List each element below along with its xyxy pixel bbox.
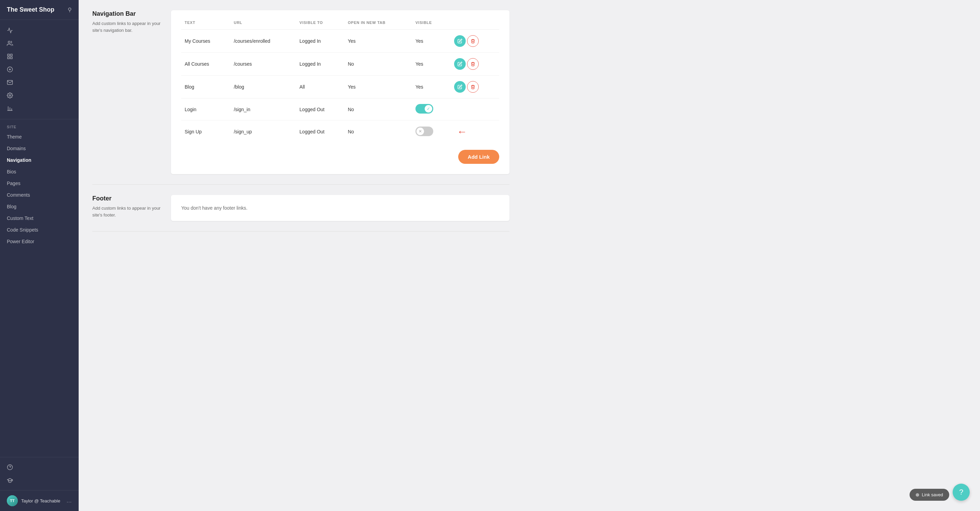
cell-text: My Courses (181, 30, 231, 53)
nav-bar-card: TEXTURLVISIBLE TOOPEN IN NEW TABVISIBLE … (171, 10, 509, 174)
cell-open-new-tab: Yes (344, 30, 412, 53)
cell-visible: Yes (412, 53, 449, 76)
svg-point-8 (9, 95, 11, 96)
footer-info: Footer Add custom links to appear in you… (92, 195, 161, 221)
svg-rect-1 (8, 54, 9, 56)
footer-section: Footer Add custom links to appear in you… (92, 195, 509, 232)
cell-actions (449, 53, 499, 76)
cell-visible-to: Logged In (296, 53, 344, 76)
delete-button[interactable] (467, 81, 479, 93)
sidebar-item-power-editor[interactable]: Power Editor (0, 236, 79, 247)
edit-button[interactable] (454, 58, 466, 70)
sidebar: The Sweet Shop ⚲ SITE ThemeDomainsNaviga… (0, 0, 79, 511)
cell-visible-to: Logged In (296, 30, 344, 53)
link-saved-toast: Link saved (910, 489, 949, 501)
sidebar-icon-money[interactable] (0, 63, 79, 76)
user-name: Taylor @ Teachable (21, 498, 63, 503)
sidebar-item-domains[interactable]: Domains (0, 143, 79, 154)
footer-description: Add custom links to appear in your site'… (92, 205, 161, 218)
cell-text: Login (181, 99, 231, 120)
edit-button[interactable] (454, 35, 466, 47)
cell-text: Blog (181, 76, 231, 99)
sidebar-item-blog[interactable]: Blog (0, 201, 79, 212)
content-area: Navigation Bar Add custom links to appea… (79, 0, 523, 252)
cell-visible: ✓ (412, 99, 449, 120)
avatar: TT (7, 495, 18, 506)
cell-text: Sign Up (181, 120, 231, 143)
footer-card: You don't have any footer links. (171, 195, 509, 221)
cell-url: /sign_in (231, 99, 296, 120)
delete-button[interactable] (467, 58, 479, 70)
toggle-off[interactable]: ✕ (415, 127, 433, 136)
nav-bar-description: Add custom links to appear in your site'… (92, 20, 161, 33)
cell-url: /sign_up (231, 120, 296, 143)
sidebar-icon-dashboard[interactable] (0, 50, 79, 63)
sidebar-header: The Sweet Shop ⚲ (0, 0, 79, 20)
cell-actions (449, 99, 499, 120)
cell-actions (449, 30, 499, 53)
cell-url: /blog (231, 76, 296, 99)
sidebar-icon-settings[interactable] (0, 89, 79, 102)
cell-visible: Yes (412, 76, 449, 99)
sidebar-bottom-icons (0, 457, 79, 490)
table-row: My Courses/courses/enrolledLogged InYesY… (181, 30, 499, 53)
col-header-visible: VISIBLE (412, 21, 449, 30)
table-row: Blog/blogAllYesYes (181, 76, 499, 99)
sidebar-icon-mail[interactable] (0, 76, 79, 89)
svg-point-0 (8, 41, 10, 43)
svg-rect-3 (8, 57, 9, 59)
cell-visible-to: Logged Out (296, 99, 344, 120)
cell-visible: ✕ (412, 120, 449, 143)
nav-bar-section: Navigation Bar Add custom links to appea… (92, 10, 509, 185)
edit-button[interactable] (454, 81, 466, 93)
cell-url: /courses/enrolled (231, 30, 296, 53)
no-footer-links-text: You don't have any footer links. (181, 205, 499, 211)
cell-text: All Courses (181, 53, 231, 76)
cell-url: /courses (231, 53, 296, 76)
cell-open-new-tab: Yes (344, 76, 412, 99)
sidebar-item-comments[interactable]: Comments (0, 189, 79, 201)
chat-icon: ? (959, 488, 963, 497)
sidebar-icon-users[interactable] (0, 37, 79, 50)
main-content: Navigation Bar Add custom links to appea… (79, 0, 980, 511)
chat-bubble[interactable]: ? (953, 484, 970, 501)
cell-visible-to: All (296, 76, 344, 99)
toast-label: Link saved (922, 492, 943, 497)
red-arrow-indicator: ← (457, 126, 467, 137)
toggle-on[interactable]: ✓ (415, 104, 433, 113)
table-row: Sign Up/sign_upLogged OutNo✕← (181, 120, 499, 143)
cell-open-new-tab: No (344, 53, 412, 76)
sidebar-item-navigation[interactable]: Navigation (0, 154, 79, 166)
sidebar-item-theme[interactable]: Theme (0, 131, 79, 143)
sidebar-item-pages[interactable]: Pages (0, 178, 79, 189)
table-row: Login/sign_inLogged OutNo✓ (181, 99, 499, 120)
sidebar-nav: SITE ThemeDomainsNavigationBiosPagesComm… (0, 119, 79, 457)
sidebar-user[interactable]: TT Taylor @ Teachable … (0, 490, 79, 511)
toast-dot (916, 493, 919, 497)
cell-open-new-tab: No (344, 120, 412, 143)
nav-bar-info: Navigation Bar Add custom links to appea… (92, 10, 161, 174)
table-row: All Courses/coursesLogged InNoYes (181, 53, 499, 76)
sidebar-item-code-snippets[interactable]: Code Snippets (0, 224, 79, 236)
col-header-url: URL (231, 21, 296, 30)
cell-visible-to: Logged Out (296, 120, 344, 143)
footer-title: Footer (92, 195, 161, 202)
cell-visible: Yes (412, 30, 449, 53)
sidebar-icon-help[interactable] (0, 461, 79, 474)
site-section-label: SITE (0, 119, 79, 131)
sidebar-item-custom-text[interactable]: Custom Text (0, 212, 79, 224)
delete-button[interactable] (467, 35, 479, 47)
add-link-button[interactable]: Add Link (458, 150, 499, 164)
svg-rect-4 (11, 57, 12, 59)
sidebar-icon-analytics[interactable] (0, 24, 79, 37)
search-icon[interactable]: ⚲ (68, 6, 72, 13)
sidebar-logo: The Sweet Shop (7, 6, 54, 13)
sidebar-icon-graduation[interactable] (0, 474, 79, 487)
svg-rect-2 (11, 54, 12, 56)
avatar-image: TT (7, 495, 18, 506)
sidebar-icon-library[interactable] (0, 102, 79, 115)
sidebar-item-bios[interactable]: Bios (0, 166, 79, 178)
user-menu-dots[interactable]: … (66, 498, 72, 504)
col-header-actions (449, 21, 499, 30)
col-header-open-in-new-tab: OPEN IN NEW TAB (344, 21, 412, 30)
